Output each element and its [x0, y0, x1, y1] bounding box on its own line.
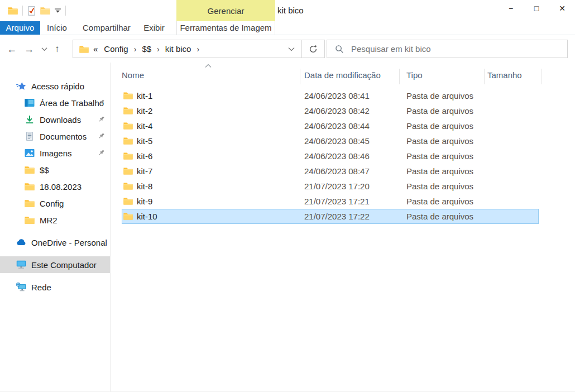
- column-header-data-modificacao[interactable]: Data de modificação: [304, 67, 381, 84]
- sidebar-item-onedrive-personal[interactable]: OneDrive - Personal: [0, 234, 110, 251]
- table-row[interactable]: kit-5 24/06/2023 08:45 Pasta de arquivos: [122, 133, 539, 149]
- tab-compartilhar[interactable]: Compartilhar: [83, 21, 130, 35]
- table-row[interactable]: kit-2 24/06/2023 08:42 Pasta de arquivos: [122, 103, 539, 118]
- breadcrumb-config[interactable]: Config: [100, 44, 131, 54]
- customize-toolbar-icon[interactable]: [55, 8, 61, 13]
- window-controls: − □ ✕: [498, 0, 575, 17]
- tab-inicio[interactable]: Início: [42, 21, 71, 35]
- navigation-bar: ← → ↑ « Config › $$ › kit bico ›: [0, 35, 575, 63]
- file-name: kit-4: [137, 118, 152, 133]
- breadcrumb-separator[interactable]: ›: [195, 45, 200, 54]
- file-type: Pasta de arquivos: [406, 118, 473, 133]
- file-type: Pasta de arquivos: [406, 194, 473, 209]
- sidebar-item-imagens[interactable]: Imagens: [0, 145, 110, 161]
- sidebar-item-[interactable]: $$: [0, 161, 110, 178]
- network-icon: [16, 283, 26, 291]
- forward-button[interactable]: →: [24, 44, 34, 54]
- file-date-modified: 24/06/2023 08:44: [304, 118, 370, 133]
- column-header-tamanho[interactable]: Tamanho: [487, 67, 522, 84]
- file-rows: kit-1 24/06/2023 08:41 Pasta de arquivos…: [122, 88, 539, 224]
- file-name: kit-9: [137, 194, 152, 209]
- minimize-button[interactable]: −: [498, 0, 524, 17]
- tab-exibir[interactable]: Exibir: [137, 21, 171, 35]
- tab-arquivo[interactable]: Arquivo: [0, 21, 40, 35]
- table-row[interactable]: kit-9 21/07/2023 17:21 Pasta de arquivos: [122, 194, 539, 209]
- folder-icon: [123, 137, 133, 145]
- breadcrumb-dollar[interactable]: $$: [138, 44, 155, 54]
- sidebar-item-downloads[interactable]: Downloads: [0, 111, 110, 128]
- close-button[interactable]: ✕: [549, 0, 575, 17]
- column-divider[interactable]: [542, 69, 542, 84]
- file-date-modified: 24/06/2023 08:42: [304, 103, 370, 118]
- file-type: Pasta de arquivos: [406, 164, 473, 179]
- file-type: Pasta de arquivos: [406, 88, 473, 103]
- table-row[interactable]: kit-8 21/07/2023 17:20 Pasta de arquivos: [122, 179, 539, 194]
- file-name: kit-8: [137, 179, 152, 194]
- sidebar-item-label: $$: [40, 165, 110, 175]
- file-name: kit-7: [137, 164, 152, 179]
- refresh-icon: [309, 45, 318, 54]
- sidebar-item-rede[interactable]: Rede: [0, 279, 110, 295]
- computer-icon: [16, 260, 26, 269]
- file-list-pane: Nome Data de modificação Tipo Tamanho ki…: [111, 63, 575, 391]
- folder-icon: [123, 197, 133, 205]
- sidebar-item-documentos[interactable]: Documentos: [0, 128, 110, 145]
- folder-icon: [25, 216, 35, 224]
- sidebar-item-mr2[interactable]: MR2: [0, 212, 110, 228]
- up-button[interactable]: ↑: [55, 44, 60, 55]
- address-dropdown-chevron-icon[interactable]: [288, 47, 295, 51]
- pin-icon: [98, 116, 105, 123]
- properties-check-icon[interactable]: [27, 6, 36, 16]
- breadcrumb-separator[interactable]: ›: [156, 45, 161, 54]
- file-date-modified: 24/06/2023 08:41: [304, 88, 370, 103]
- table-row[interactable]: kit-7 24/06/2023 08:47 Pasta de arquivos: [122, 164, 539, 179]
- refresh-button[interactable]: [301, 40, 324, 58]
- file-date-modified: 24/06/2023 08:45: [304, 133, 370, 149]
- sidebar-item-rea-de-trabalho[interactable]: Área de Trabalho: [0, 94, 110, 111]
- sidebar-item-config[interactable]: Config: [0, 195, 110, 212]
- recent-locations-chevron-icon[interactable]: [41, 47, 47, 51]
- table-row[interactable]: kit-6 24/06/2023 08:46 Pasta de arquivos: [122, 149, 539, 164]
- new-folder-icon[interactable]: [40, 6, 50, 15]
- document-icon: [25, 132, 35, 141]
- folder-icon: [25, 165, 35, 174]
- folder-icon: [123, 92, 133, 99]
- column-divider[interactable]: [484, 69, 485, 84]
- address-bar[interactable]: « Config › $$ › kit bico ›: [73, 40, 325, 58]
- column-header-nome[interactable]: Nome: [122, 67, 144, 84]
- table-row[interactable]: kit-4 24/06/2023 08:44 Pasta de arquivos: [122, 118, 539, 133]
- folder-icon: [123, 212, 133, 220]
- file-name: kit-2: [137, 103, 152, 118]
- file-explorer-window: Gerenciar kit bico − □ ✕ Arquivo Início …: [0, 0, 575, 392]
- file-type: Pasta de arquivos: [406, 103, 473, 118]
- table-row[interactable]: kit-10 21/07/2023 17:22 Pasta de arquivo…: [122, 209, 539, 224]
- picture-icon: [25, 149, 35, 157]
- maximize-button[interactable]: □: [524, 0, 549, 17]
- sidebar-item-acesso-r-pido[interactable]: Acesso rápido: [0, 78, 110, 94]
- column-divider[interactable]: [300, 69, 300, 84]
- search-input[interactable]: Pesquisar em kit bico: [327, 40, 568, 58]
- breadcrumb-separator[interactable]: ›: [133, 45, 138, 54]
- title-bar: Gerenciar kit bico − □ ✕: [0, 0, 575, 21]
- folder-icon: [123, 167, 133, 175]
- star-icon: [16, 82, 26, 90]
- navigation-pane: Acesso rápido Área de Trabalho Downloads…: [0, 63, 111, 391]
- column-divider[interactable]: [399, 69, 400, 84]
- sidebar-item-este-computador[interactable]: Este Computador: [0, 256, 110, 273]
- search-icon: [335, 45, 344, 54]
- download-icon: [25, 115, 35, 124]
- tab-ferramentas-de-imagem[interactable]: Ferramentas de Imagem: [176, 21, 275, 35]
- sidebar-item-label: Config: [40, 199, 110, 208]
- breadcrumb-kit-bico[interactable]: kit bico: [162, 44, 195, 54]
- table-row[interactable]: kit-1 24/06/2023 08:41 Pasta de arquivos: [122, 88, 539, 103]
- file-type: Pasta de arquivos: [406, 133, 473, 149]
- folder-icon: [123, 122, 133, 130]
- breadcrumb-overflow[interactable]: «: [90, 44, 99, 54]
- quick-access-toolbar: [8, 0, 66, 21]
- back-button[interactable]: ←: [7, 44, 17, 54]
- column-header-tipo[interactable]: Tipo: [406, 67, 423, 84]
- pin-icon: [98, 149, 105, 156]
- ribbon-tab-row: Arquivo Início Compartilhar Exibir Ferra…: [0, 21, 575, 35]
- sidebar-item-18-08-2023[interactable]: 18.08.2023: [0, 178, 110, 195]
- toolbar-separator: [22, 6, 23, 16]
